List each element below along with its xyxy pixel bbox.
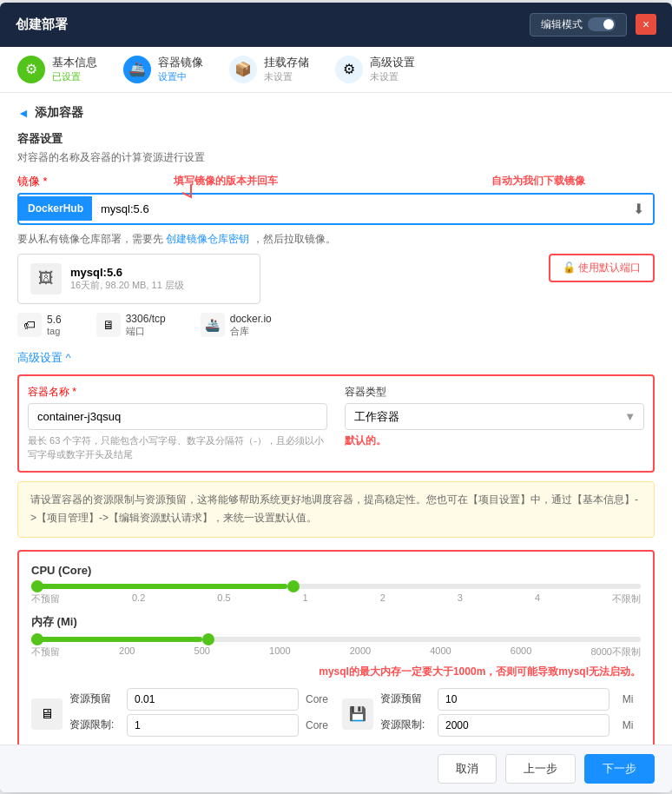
memory-reserve-row: 资源预留 Mi — [380, 688, 641, 711]
advanced-toggle[interactable]: 高级设置 ^ — [17, 350, 655, 366]
use-default-port-button[interactable]: 🔓 使用默认端口 — [549, 254, 655, 282]
modal-title: 创建部署 — [16, 17, 68, 33]
step-basic-icon: ⚙ — [17, 56, 45, 83]
section-title: 添加容器 — [35, 105, 83, 121]
edit-mode-toggle[interactable] — [588, 17, 616, 31]
next-button[interactable]: 下一步 — [584, 754, 655, 784]
memory-reserve-unit: Mi — [615, 693, 641, 705]
resource-inputs-grid: 🖥 资源预留 Core 资源限制: Core — [31, 688, 641, 740]
cpu-resource-group: 🖥 资源预留 Core 资源限制: Core — [31, 688, 330, 740]
cpu-slider-fill — [31, 584, 287, 589]
container-type-select[interactable]: 工作容器 — [345, 403, 644, 430]
memory-section-title: 内存 (Mi) — [31, 614, 641, 630]
info-port: 🖥 3306/tcp 端口 — [96, 313, 166, 338]
container-type-label: 容器类型 — [345, 385, 644, 400]
edit-mode-button[interactable]: 编辑模式 — [530, 13, 627, 36]
tag-value: 5.6 — [47, 314, 62, 326]
step-image[interactable]: 🚢 容器镜像 设置中 — [123, 56, 203, 83]
image-input[interactable] — [92, 196, 624, 222]
memory-limit-unit: Mi — [615, 719, 641, 731]
cpu-thumb-start[interactable] — [31, 580, 43, 592]
steps-bar: ⚙ 基本信息 已设置 🚢 容器镜像 设置中 📦 挂载存储 未设置 ⚙ 高级设置 — [0, 47, 672, 93]
section-arrow: ◄ — [17, 106, 30, 120]
image-pull-button[interactable]: ⬇ — [624, 195, 653, 223]
cancel-button[interactable]: 取消 — [438, 754, 497, 784]
step-image-name: 容器镜像 — [158, 56, 203, 70]
tag-icon: 🏷 — [17, 313, 42, 337]
step-advanced[interactable]: ⚙ 高级设置 未设置 — [335, 56, 415, 83]
modal-content: ◄ 添加容器 容器设置 对容器的名称及容器的计算资源进行设置 镜像 * Dock… — [0, 93, 672, 744]
step-basic[interactable]: ⚙ 基本信息 已设置 — [17, 56, 97, 83]
step-basic-status: 已设置 — [52, 70, 97, 83]
modal-header: 创建部署 编辑模式 × — [0, 3, 672, 47]
memory-slider: 不预留 200 500 1000 2000 4000 6000 8000不限制 — [31, 637, 641, 658]
memory-section: 内存 (Mi) 不预留 200 500 1000 2000 4000 — [31, 614, 641, 658]
close-button[interactable]: × — [636, 14, 656, 35]
prev-button[interactable]: 上一步 — [505, 754, 576, 784]
annotation-fill-version: 填写镜像的版本并回车 — [174, 174, 278, 189]
memory-thumb-start[interactable] — [31, 633, 43, 645]
info-tag: 🏷 5.6 tag — [17, 313, 62, 337]
dockerhub-badge: DockerHub — [19, 196, 92, 221]
memory-limit-row: 资源限制: Mi — [380, 714, 641, 737]
cpu-slider: 不预留 0.2 0.5 1 2 3 4 不限制 — [31, 584, 641, 605]
container-name-type-row: 容器名称 * 最长 63 个字符，只能包含小写字母、数字及分隔符（-），且必须以… — [17, 374, 655, 473]
memory-slider-fill — [31, 637, 202, 642]
container-name-label: 容器名称 * — [28, 385, 327, 400]
cpu-limit-input[interactable] — [127, 714, 299, 737]
resource-section: CPU (Core) 不预留 0.2 0.5 1 2 3 4 不限制 — [17, 550, 655, 744]
cpu-section-title: CPU (Core) — [31, 564, 641, 577]
alert-box: 请设置容器的资源限制与资源预留，这将能够帮助系统更好地调度容器，提高稳定性。您也… — [17, 481, 655, 538]
step-advanced-icon: ⚙ — [335, 56, 363, 83]
cpu-limit-unit: Core — [304, 719, 330, 731]
memory-reserve-input[interactable] — [438, 688, 609, 711]
image-card-area: 🖼 mysql:5.6 16天前, 98.20 MB, 11 层级 🔓 使用默认… — [17, 254, 655, 304]
annotation-auto-download: 自动为我们下载镜像 — [491, 174, 585, 189]
port-label: 端口 — [126, 325, 166, 338]
step-advanced-status: 未设置 — [370, 70, 415, 83]
step-storage-status: 未设置 — [264, 70, 309, 83]
cpu-thumb-end[interactable] — [287, 580, 300, 592]
step-image-icon: 🚢 — [123, 56, 151, 83]
create-deployment-modal: 创建部署 编辑模式 × ⚙ 基本信息 已设置 🚢 容器镜像 设置中 📦 — [0, 3, 672, 792]
cpu-icon: 🖥 — [31, 698, 63, 730]
container-settings-desc: 对容器的名称及容器的计算资源进行设置 — [17, 150, 655, 165]
image-card: 🖼 mysql:5.6 16天前, 98.20 MB, 11 层级 — [17, 254, 260, 304]
port-icon: 🖥 — [96, 313, 121, 337]
image-hint: 要从私有镜像仓库部署，需要先 创建镜像仓库密钥 ，然后拉取镜像。 — [17, 232, 655, 247]
tag-label: tag — [47, 326, 62, 336]
step-storage[interactable]: 📦 挂载存储 未设置 — [229, 56, 309, 83]
cpu-reserve-row: 资源预留 Core — [69, 688, 330, 711]
memory-thumb-end[interactable] — [202, 633, 214, 645]
step-storage-name: 挂载存储 — [264, 56, 309, 70]
memory-slider-labels: 不预留 200 500 1000 2000 4000 6000 8000不限制 — [31, 645, 641, 658]
memory-limit-input[interactable] — [438, 714, 609, 737]
memory-icon: 💾 — [342, 698, 373, 730]
cpu-reserve-label: 资源预留 — [69, 691, 122, 706]
cpu-limit-label: 资源限制: — [69, 718, 122, 732]
container-name-input[interactable] — [28, 403, 327, 430]
modal-footer: 取消 上一步 下一步 — [0, 744, 672, 792]
cpu-reserve-unit: Core — [304, 693, 330, 705]
container-name-hint: 最长 63 个字符，只能包含小写字母、数字及分隔符（-），且必须以小写字母或数字… — [28, 433, 327, 462]
step-basic-name: 基本信息 — [52, 56, 97, 70]
header-right: 编辑模式 × — [530, 13, 656, 36]
annotation-default: 默认的。 — [345, 433, 644, 448]
memory-reserve-label: 资源预留 — [380, 691, 432, 706]
create-image-secret-link[interactable]: 创建镜像仓库密钥 — [166, 233, 249, 245]
registry-label: 合库 — [230, 325, 272, 338]
step-advanced-name: 高级设置 — [370, 56, 415, 70]
image-card-icon: 🖼 — [30, 263, 62, 294]
port-value: 3306/tcp — [126, 313, 166, 325]
cpu-reserve-input[interactable] — [127, 688, 299, 711]
image-input-row: DockerHub ⬇ — [17, 193, 655, 225]
memory-limit-label: 资源限制: — [380, 718, 432, 732]
info-registry: 🚢 docker.io 合库 — [201, 313, 272, 338]
step-storage-icon: 📦 — [229, 56, 257, 83]
container-type-group: 容器类型 工作容器 ▼ 默认的。 — [345, 385, 644, 462]
registry-icon: 🚢 — [201, 313, 225, 337]
image-card-meta: 16天前, 98.20 MB, 11 层级 — [70, 279, 184, 292]
image-info-row: 🏷 5.6 tag 🖥 3306/tcp 端口 🚢 docker.io 合库 — [17, 313, 655, 338]
registry-value: docker.io — [230, 313, 272, 325]
container-settings-title: 容器设置 — [17, 131, 655, 147]
